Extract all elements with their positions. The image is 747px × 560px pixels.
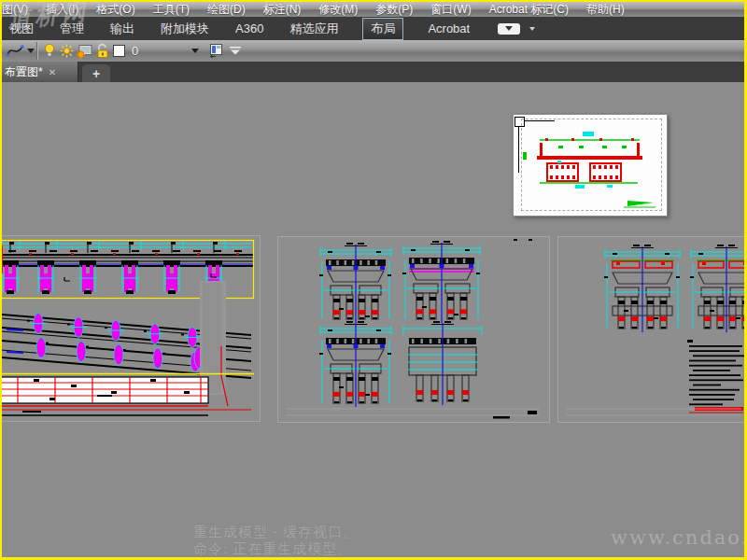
menu-item[interactable]: 帮助(H) [586,2,625,17]
file-tab-bar: 布置图* ✕ + [2,62,744,82]
toolbar-separator [36,42,37,60]
file-tab-active[interactable]: 布置图* ✕ [2,62,78,82]
menu-item[interactable]: 图(V) [2,2,28,17]
ribbon-tab[interactable]: 精选应用 [288,19,340,39]
layer-toolbar: 0 [2,40,744,62]
spline-tool-button[interactable] [5,40,25,62]
command-echo-line2: 命令: 正在重生成模型。 [193,540,352,557]
spline-icon [5,43,25,59]
new-tab-button[interactable]: + [82,64,110,82]
layer-properties-button[interactable] [208,40,224,62]
crosshair-h-line [524,120,555,121]
menu-item[interactable]: 格式(O) [96,2,134,17]
autocad-window: 图(V)插入(I)格式(O)工具(T)绘图(D)标注(N)修改(M)参数(P)窗… [0,0,747,560]
pier-sections-drawing [278,237,547,420]
layer-list-dropdown[interactable] [191,40,199,62]
ribbon-tab[interactable]: 布局 [362,18,403,40]
ribbon-tab-bar: 视图管理输出附加模块A360精选应用布局Acrobat [2,17,744,40]
drawing-canvas[interactable]: 重生成模型 - 缓存视口。 命令: 正在重生成模型。 www.cndao.com [2,82,744,557]
ribbon-tab[interactable]: 管理 [58,19,86,39]
command-echo-line1: 重生成模型 - 缓存视口。 [193,524,358,541]
viewport-freeze-icon [77,44,92,59]
sun-icon [60,44,74,58]
menu-item[interactable]: 修改(M) [318,2,358,17]
lightbulb-icon [43,43,56,59]
ribbon-minimize-option-icon[interactable] [529,27,535,31]
paper-margin-dashed [521,119,662,211]
menu-item[interactable]: 工具(T) [153,2,190,17]
layer-name-value: 0 [132,40,138,62]
menu-bar: 图(V)插入(I)格式(O)工具(T)绘图(D)标注(N)修改(M)参数(P)窗… [2,2,744,17]
bridge-elevation-plan-drawing [2,236,258,419]
ribbon-tab[interactable]: 输出 [108,19,136,39]
layer-on-button[interactable] [43,40,56,62]
pier-sections-notes-drawing [558,237,744,420]
file-tab-close-icon[interactable]: ✕ [49,67,56,77]
menu-item[interactable]: 标注(N) [263,2,302,17]
menu-item[interactable]: 参数(P) [375,2,413,17]
ribbon-tab[interactable]: Acrobat [426,20,472,37]
layer-thaw-button[interactable] [60,40,74,62]
menu-item[interactable]: 绘图(D) [207,2,246,17]
menu-item[interactable]: Acrobat 标记(C) [489,2,569,17]
layout-sheet-right[interactable] [557,236,744,423]
layout-sheet-left[interactable] [2,235,261,422]
spline-dropdown-arrow[interactable] [27,40,35,62]
watermark-site: www.cndao.com [611,526,744,549]
file-tab-label: 布置图* [5,64,43,80]
menu-item[interactable]: 插入(I) [46,2,78,17]
layer-properties-icon [208,43,224,59]
crosshair-pickbox [514,117,525,127]
layer-unlock-button[interactable] [95,40,109,62]
ribbon-tab[interactable]: 视图 [7,19,35,39]
more-toolbars-button[interactable] [229,40,242,62]
ribbon-tab[interactable]: 附加模块 [159,19,211,39]
menu-item[interactable]: 窗口(W) [430,2,471,17]
unlock-icon [95,43,109,59]
view-preview-window[interactable] [513,114,668,217]
chevron-down-icon [505,26,513,31]
layer-color-swatch[interactable] [113,40,125,62]
crosshair-v-line [518,126,519,173]
double-chevron-down-icon [229,46,242,57]
layout-sheet-middle[interactable] [277,236,550,423]
ribbon-tab[interactable]: A360 [233,20,265,37]
plus-icon: + [92,66,100,81]
ribbon-minimize-button[interactable] [498,23,520,35]
layer-vp-freeze-button[interactable] [77,40,92,62]
